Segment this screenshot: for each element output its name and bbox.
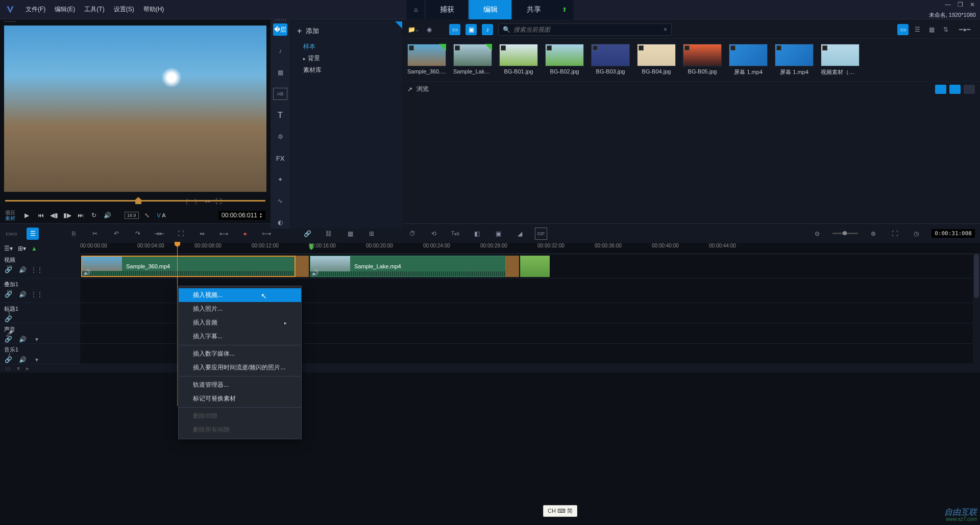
- reverse-icon[interactable]: ⟲: [428, 228, 440, 240]
- t3d-icon[interactable]: T₃ᴅ: [449, 228, 461, 240]
- panel-toggle-1[interactable]: [935, 85, 946, 94]
- ripple-icon[interactable]: ⟷: [217, 228, 230, 240]
- minimize-button[interactable]: —: [944, 1, 951, 8]
- thumbnail-item[interactable]: BG-B01.jpg: [499, 44, 538, 76]
- slip-icon[interactable]: ⇔: [196, 228, 208, 240]
- browse-label[interactable]: 浏览: [416, 85, 429, 93]
- thumbnail-item[interactable]: 屏幕 1.mp4: [775, 44, 814, 76]
- chain-icon[interactable]: 🔗: [301, 228, 313, 240]
- goto-start-button[interactable]: ⏮: [36, 210, 46, 220]
- cm-track-manager[interactable]: 轨道管理器...: [179, 378, 301, 392]
- rail-settings-icon[interactable]: ⚙: [273, 131, 287, 143]
- scrub-bar[interactable]: 〔 〕 ✂ ⛶: [5, 196, 265, 205]
- rail-effects-icon[interactable]: ✦: [273, 173, 287, 186]
- tab-share[interactable]: 共享: [512, 0, 555, 19]
- storyboard-view-icon[interactable]: ▭▭: [5, 228, 17, 240]
- aspect-ratio-badge[interactable]: 16:9: [125, 212, 139, 219]
- scrub-handle[interactable]: [135, 197, 141, 204]
- home-tab[interactable]: ⌂: [407, 0, 425, 19]
- rail-track-icon[interactable]: ◐: [273, 216, 287, 229]
- split-icon[interactable]: ✂: [205, 198, 210, 207]
- sort-icon[interactable]: ⇅: [940, 24, 951, 35]
- cm-insert-timelapse[interactable]: 插入要应用时间流逝/频闪的照片...: [179, 361, 301, 374]
- preview-viewport[interactable]: [4, 26, 266, 192]
- cm-insert-audio[interactable]: 插入音频▸: [179, 316, 301, 330]
- rail-transition-icon[interactable]: ▦: [273, 66, 287, 79]
- zoom-slider-icon[interactable]: ━●━: [954, 24, 975, 35]
- timeline-view-icon[interactable]: ☰: [27, 228, 39, 240]
- menu-file[interactable]: 文件(F): [26, 5, 45, 14]
- clear-search-icon[interactable]: ×: [664, 26, 667, 33]
- clip-sample-lake[interactable]: Sample_Lake.mp4 🔊: [310, 256, 506, 277]
- ruler-tool-3[interactable]: ▲: [31, 245, 37, 252]
- step-forward-button[interactable]: ▮▶: [62, 210, 72, 220]
- clip-sample-360[interactable]: Sample_360.mp4 🔊: [81, 256, 296, 277]
- view-grid-icon[interactable]: ▦: [926, 24, 937, 35]
- zoom-fit-icon[interactable]: ⛶: [889, 228, 901, 240]
- cm-insert-subtitle[interactable]: 插入字幕...: [179, 330, 301, 343]
- close-button[interactable]: ✕: [969, 1, 976, 8]
- mute-button[interactable]: 🔊: [102, 210, 112, 220]
- tools-icon[interactable]: ✂: [89, 228, 101, 240]
- mark-in-icon[interactable]: 〔: [183, 198, 189, 207]
- source-clip-label[interactable]: 素材: [5, 215, 15, 221]
- cm-insert-photo[interactable]: 插入照片...: [179, 302, 301, 316]
- copy-icon[interactable]: ⎘: [67, 228, 80, 240]
- vertical-scrollbar[interactable]: [973, 254, 980, 364]
- zoom-out-icon[interactable]: ⊖: [811, 228, 823, 240]
- filter-image-icon[interactable]: ▣: [465, 24, 477, 35]
- rail-media-icon[interactable]: �层: [273, 23, 287, 36]
- marker-range-icon[interactable]: ⟼: [260, 228, 273, 240]
- expand-icon[interactable]: ▾: [33, 335, 41, 343]
- menu-help[interactable]: 帮助(H): [143, 5, 164, 14]
- grip-icon[interactable]: ⋮⋮: [33, 290, 41, 298]
- panel-toggle-3[interactable]: [964, 85, 975, 94]
- import-folder-icon[interactable]: 📁₊: [407, 24, 419, 35]
- ruler-tool-1[interactable]: ☰▾: [4, 245, 13, 252]
- undo-icon[interactable]: ↶: [110, 228, 122, 240]
- zoom-slider[interactable]: [832, 233, 858, 234]
- rail-audio-icon[interactable]: ♪: [273, 45, 287, 57]
- browse-arrow-icon[interactable]: ↗: [407, 86, 412, 93]
- group-icon[interactable]: ▦: [344, 228, 356, 240]
- filter-video-icon[interactable]: ▭: [449, 24, 460, 35]
- unlink-icon[interactable]: ⛓: [323, 228, 335, 240]
- expand-icon[interactable]: ⛶: [215, 198, 222, 207]
- add-media-button[interactable]: + 添加: [293, 24, 399, 38]
- tab-capture[interactable]: 捕获: [425, 0, 469, 19]
- hs-icon1[interactable]: ▭: [5, 365, 11, 372]
- tree-library[interactable]: 素材库: [300, 64, 399, 76]
- tree-sample[interactable]: 样本: [300, 41, 399, 53]
- volume-icon[interactable]: 🔊: [18, 356, 27, 364]
- timeline-timecode[interactable]: 0:00:31:008: [932, 229, 975, 238]
- rail-title-icon[interactable]: AB: [273, 88, 287, 100]
- upload-icon[interactable]: ⬆: [555, 0, 574, 19]
- search-input[interactable]: [513, 26, 660, 33]
- thumbnail-item[interactable]: 屏幕 1.mp4: [729, 44, 768, 76]
- view-large-icon[interactable]: ▭: [897, 24, 909, 35]
- thumbnail-item[interactable]: BG-B05.jpg: [683, 44, 722, 76]
- menu-settings[interactable]: 设置(S): [114, 5, 134, 14]
- grip-icon[interactable]: ⋮⋮: [33, 266, 41, 274]
- a-toggle[interactable]: A: [162, 212, 165, 218]
- thumbnail-item[interactable]: BG-B04.jpg: [637, 44, 676, 76]
- rail-fx-icon[interactable]: FX: [273, 152, 287, 164]
- tab-edit[interactable]: 编辑: [469, 0, 512, 19]
- pan-crop-icon[interactable]: ▣: [492, 228, 504, 240]
- cm-mark-replaceable[interactable]: 标记可替换素材: [179, 392, 301, 406]
- tracks-canvas[interactable]: Sample_360.mp4 🔊 Sample_Lake.mp4 🔊: [80, 254, 980, 364]
- transition-2[interactable]: [506, 256, 519, 277]
- resize-icon[interactable]: ⤡: [142, 210, 152, 220]
- thumbnail-item[interactable]: BG-B03.jpg: [591, 44, 630, 76]
- rail-path-icon[interactable]: ∿: [273, 195, 287, 207]
- thumbnail-item[interactable]: Sample_Lake...: [453, 44, 492, 76]
- record-icon[interactable]: ◉: [424, 24, 435, 35]
- trim-icon[interactable]: ⇥⇤: [153, 228, 165, 240]
- color-icon[interactable]: ◧: [471, 228, 483, 240]
- thumbnail-item[interactable]: Sample_360.m...: [407, 44, 446, 76]
- thumbnail-item[interactable]: BG-B02.jpg: [545, 44, 584, 76]
- volume-icon[interactable]: 🔊: [18, 266, 27, 274]
- clip-bg01[interactable]: [520, 256, 550, 277]
- marker-red-icon[interactable]: ●: [239, 228, 251, 240]
- search-box[interactable]: 🔍 ×: [498, 23, 672, 36]
